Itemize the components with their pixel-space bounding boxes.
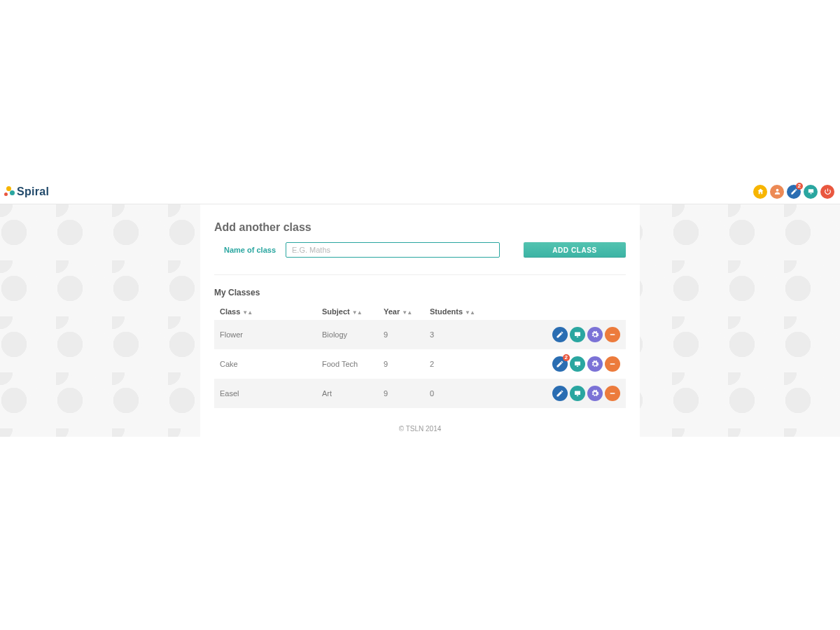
my-classes-heading: My Classes (214, 288, 626, 298)
row-edit-icon[interactable]: 2 (552, 356, 568, 372)
divider (214, 274, 626, 275)
cell-students: 0 (424, 379, 494, 408)
cell-year: 9 (378, 349, 424, 379)
row-present-icon[interactable] (570, 327, 585, 342)
cell-class: Easel (214, 379, 316, 408)
row-present-icon[interactable] (570, 356, 585, 372)
table-row: EaselArt90 (214, 379, 626, 408)
cell-subject: Food Tech (316, 349, 378, 379)
cell-subject: Art (316, 379, 378, 408)
table-row: FlowerBiology93 (214, 320, 626, 349)
add-class-heading: Add another class (214, 221, 626, 234)
cell-subject: Biology (316, 320, 378, 349)
row-badge: 2 (563, 354, 570, 361)
svg-point-0 (776, 189, 778, 192)
brand-name: Spiral (17, 186, 49, 198)
header-icon-group: 2 (753, 185, 837, 199)
cell-class: Flower (214, 320, 316, 349)
brand-logo[interactable]: Spiral (4, 186, 49, 198)
class-name-input[interactable] (286, 242, 500, 258)
col-class-header[interactable]: Class▼▲ (214, 303, 316, 320)
add-class-button[interactable]: ADD CLASS (524, 242, 626, 258)
row-edit-icon[interactable] (552, 386, 568, 401)
profile-icon[interactable] (770, 185, 784, 199)
class-name-label: Name of class (214, 246, 276, 254)
top-header: Spiral 2 (0, 179, 840, 204)
sort-icon: ▼▲ (465, 309, 475, 316)
sort-icon: ▼▲ (352, 309, 362, 316)
row-remove-icon[interactable] (605, 386, 620, 401)
svg-rect-7 (610, 393, 615, 394)
table-row: CakeFood Tech922 (214, 349, 626, 379)
cell-year: 9 (378, 320, 424, 349)
svg-rect-6 (575, 391, 580, 396)
row-present-icon[interactable] (570, 386, 585, 401)
notification-badge: 2 (796, 183, 803, 190)
row-settings-icon[interactable] (587, 327, 603, 342)
col-year-header[interactable]: Year▼▲ (378, 303, 424, 320)
power-icon[interactable] (820, 185, 834, 199)
footer-copyright: © TSLN 2014 (214, 425, 626, 433)
svg-rect-3 (610, 334, 615, 335)
row-remove-icon[interactable] (605, 327, 620, 342)
cell-students: 2 (424, 349, 494, 379)
presentation-icon[interactable] (804, 185, 818, 199)
cell-actions (494, 320, 626, 349)
row-edit-icon[interactable] (552, 327, 568, 342)
classes-table: Class▼▲ Subject▼▲ Year▼▲ Students▼▲ Flow… (214, 303, 626, 408)
table-header-row: Class▼▲ Subject▼▲ Year▼▲ Students▼▲ (214, 303, 626, 320)
row-settings-icon[interactable] (587, 386, 603, 401)
cell-students: 3 (424, 320, 494, 349)
cell-year: 9 (378, 379, 424, 408)
main-panel: Add another class Name of class ADD CLAS… (200, 204, 640, 445)
col-students-header[interactable]: Students▼▲ (424, 303, 494, 320)
col-actions-header (494, 303, 626, 320)
svg-rect-4 (575, 362, 580, 366)
brand-mark (4, 186, 14, 197)
svg-rect-1 (808, 189, 813, 192)
col-subject-header[interactable]: Subject▼▲ (316, 303, 378, 320)
add-class-form: Name of class ADD CLASS (214, 242, 626, 258)
cell-class: Cake (214, 349, 316, 379)
row-remove-icon[interactable] (605, 356, 620, 372)
sort-icon: ▼▲ (242, 309, 252, 316)
svg-rect-5 (610, 363, 615, 365)
cell-actions: 2 (494, 349, 626, 379)
svg-rect-2 (575, 332, 580, 337)
row-settings-icon[interactable] (587, 356, 603, 372)
edit-icon[interactable]: 2 (787, 185, 801, 199)
home-icon[interactable] (753, 185, 767, 199)
sort-icon: ▼▲ (402, 309, 412, 316)
cell-actions (494, 379, 626, 408)
